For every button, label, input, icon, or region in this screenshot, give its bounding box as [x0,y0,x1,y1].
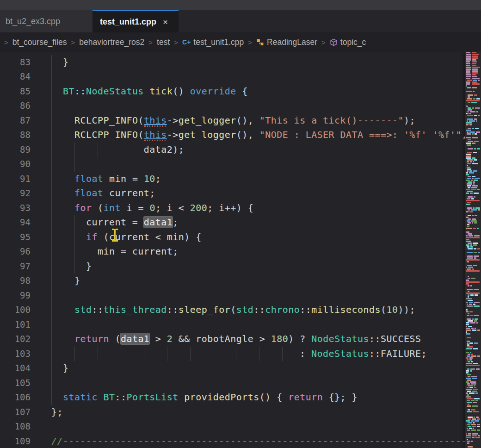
code-text: std::this_thread::sleep_for(std::chrono:… [51,303,415,317]
code-line[interactable]: 107}; [0,405,465,420]
code-line[interactable]: 97 } [0,259,465,274]
breadcrumb-item-test_unit1[interactable]: C+ test_unit1.cpp [182,37,244,47]
minimap-row [465,431,481,433]
minimap-row [465,252,481,253]
code-text: min = current; [51,244,179,259]
indent-guide [74,157,75,172]
code-line[interactable]: 95 if (current < min) { [0,230,465,245]
minimap-row [465,385,481,386]
code-line[interactable]: 90 [0,157,465,172]
minimap-row [465,87,481,88]
code-token: get_logger [179,115,236,126]
code-line[interactable]: 108 [0,419,465,434]
minimap-row [465,418,481,420]
code-token: this [144,129,167,140]
minimap-row [465,107,481,109]
code-line[interactable]: 106 static BT::PortsList providedPorts()… [0,390,465,405]
code-line[interactable]: 91 float min = 10; [0,172,465,187]
minimap-row [465,313,481,314]
minimap-row [465,181,481,183]
code-token: ( [138,129,144,140]
code-token: tick [149,86,173,97]
breadcrumb-item-behaviortree_ros2[interactable]: behaviortree_ros2 [79,37,144,47]
code-line[interactable]: 103 : NodeStatus::FAILURE; [0,347,465,361]
code-text: //--------------------------------------… [51,434,465,448]
minimap-row [465,426,481,427]
minimap-row [465,194,481,196]
symbol-class-icon [256,38,264,46]
code-line[interactable]: 83 } [0,55,465,70]
minimap-row [465,272,481,274]
code-token: (), [236,115,259,126]
minimap-row [465,183,481,185]
code-line[interactable]: 85 BT::NodeStatus tick() override { [0,84,465,99]
minimap-row [465,204,481,205]
code-token: chrono [265,304,300,315]
code-line[interactable]: 101 [0,317,465,332]
line-number: 87 [0,113,31,128]
editor[interactable]: 82 ");83 }8485 BT::NodeStatus tick() ove… [0,52,481,448]
minimap-row [465,113,481,114]
code-token: float [74,187,103,199]
minimap-row [465,285,481,286]
minimap-row [465,139,481,140]
line-number: 89 [0,143,31,157]
breadcrumb-item-bt_course_files[interactable]: bt_course_files [12,37,67,47]
code-text: : NodeStatus::FAILURE; [51,347,427,361]
minimap-row [465,244,481,246]
code-line[interactable]: 87 RCLCPP_INFO(this->get_logger(), "This… [0,113,465,128]
line-number: 83 [0,55,31,70]
code-token: SUCCESS [381,333,421,344]
code-line[interactable]: 86 [0,99,465,113]
code-line[interactable]: 88 RCLCPP_INFO(this->get_logger(), "NODE… [0,128,465,143]
breadcrumb-item-topic[interactable]: topic_c [330,37,366,47]
code-line[interactable]: 93 for (int i = 0; i < 200; i++) { [0,201,465,216]
minimap-row [465,111,481,112]
code-text: data2); [51,143,184,157]
code-line[interactable]: 84 [0,69,465,84]
tab-test_unit1[interactable]: test_unit1.cpp × [92,10,179,32]
minimap-row [465,65,481,66]
code-line[interactable]: 92 float current; [0,186,465,201]
code-line[interactable]: 104 } [0,361,465,376]
minimap-row [465,189,481,190]
indent-guide [51,157,52,172]
minimap-row [465,335,481,336]
minimap-row [465,359,481,361]
minimap-row [465,265,481,266]
code-line[interactable]: 89 data2); [0,143,465,157]
code-line[interactable]: 102 return (data1 > 2 && robotAngle > 18… [0,332,465,347]
minimap-row [465,176,481,177]
code-area[interactable]: 82 ");83 }8485 BT::NodeStatus tick() ove… [0,52,465,448]
minimap-row [465,54,481,55]
breadcrumb-item-ReadingLaser[interactable]: ReadingLaser [256,37,317,47]
minimap-row [465,435,481,436]
minimap-row [465,302,481,303]
code-line[interactable]: 105 [0,376,465,391]
code-line[interactable]: 99 [0,288,465,303]
minimap-row [465,324,481,325]
code-token: this_thread [103,304,166,315]
code-text: static BT::PortsList providedPorts() { r… [51,390,358,405]
minimap-row [465,255,481,257]
minimap-row [465,281,481,283]
code-line[interactable]: 96 min = current; [0,244,465,259]
code-line[interactable]: 109//-----------------------------------… [0,434,465,448]
minimap-row [465,404,481,405]
tab-bar: bt_u2_ex3.cpp test_unit1.cpp × [0,10,481,32]
code-token: )); [398,304,415,315]
tab-bt_u2_ex3[interactable]: bt_u2_ex3.cpp [0,10,92,32]
minimap-row [465,102,481,103]
minimap-row [465,370,481,372]
minimap[interactable] [465,52,481,448]
code-line[interactable]: 100 std::this_thread::sleep_for(std::chr… [0,303,465,317]
minimap-row [465,363,481,364]
minimap-row [465,152,481,153]
code-line[interactable]: 98 } [0,274,465,288]
minimap-row [465,178,481,179]
breadcrumb-item-test[interactable]: test [157,37,170,47]
close-icon[interactable]: × [163,18,168,26]
minimap-row [465,429,481,431]
code-line[interactable]: 94 current = data1; [0,215,465,230]
minimap-row [465,235,481,236]
